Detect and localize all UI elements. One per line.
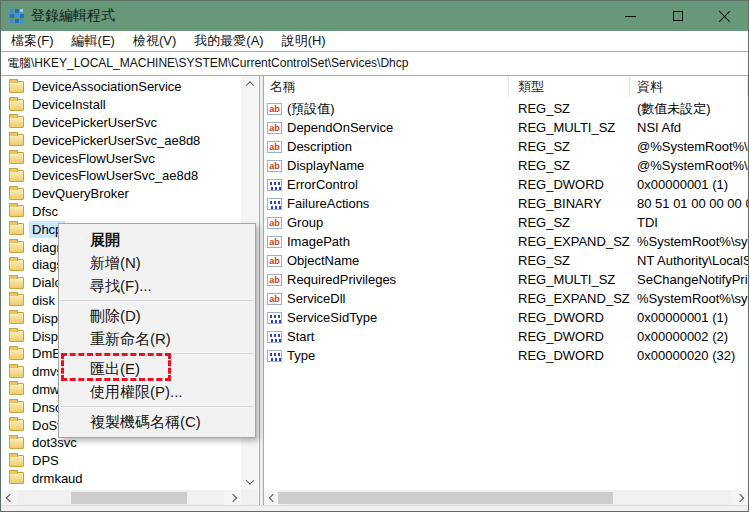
- table-row[interactable]: abServiceDllREG_EXPAND_SZ%SystemRoot%\sy…: [264, 289, 748, 308]
- table-row[interactable]: ServiceSidTypeREG_DWORD0x00000001 (1): [264, 308, 748, 327]
- close-icon: [718, 10, 731, 23]
- context-menu-item-permissions[interactable]: 使用權限(P)...: [59, 380, 255, 403]
- context-menu-item-new[interactable]: 新增(N): [59, 251, 255, 274]
- value-name: Start: [287, 329, 314, 344]
- column-header-data[interactable]: 資料: [630, 76, 748, 97]
- value-name-cell: ab(預設值): [264, 100, 509, 118]
- table-row[interactable]: abGroupREG_SZTDI: [264, 213, 748, 232]
- table-row[interactable]: StartREG_DWORD0x00000002 (2): [264, 327, 748, 346]
- string-value-icon: ab: [267, 141, 282, 153]
- table-row[interactable]: abDisplayNameREG_SZ@%SystemRoot%\sy: [264, 156, 748, 175]
- scroll-left-button[interactable]: [1, 490, 18, 506]
- context-menu-item-delete[interactable]: 刪除(D): [59, 304, 255, 327]
- tree-item-drmkaud[interactable]: drmkaud: [1, 470, 241, 488]
- value-data: 0x00000001 (1): [630, 310, 748, 325]
- folder-icon: [9, 81, 24, 93]
- scroll-right-button[interactable]: [731, 490, 748, 506]
- tree-item-label: DevicePickerUserSvc: [29, 114, 160, 131]
- scroll-right-button[interactable]: [224, 490, 241, 506]
- tree-item-DevicePickerUserSvc[interactable]: DevicePickerUserSvc: [1, 114, 241, 132]
- tree-item-DPS[interactable]: DPS: [1, 452, 241, 470]
- chevron-left-icon: [5, 494, 13, 502]
- menu-edit[interactable]: 編輯(E): [63, 31, 124, 51]
- tree-item-DeviceAssociationService[interactable]: DeviceAssociationService: [1, 78, 241, 96]
- value-data: 0x00000001 (1): [630, 177, 748, 192]
- folder-icon: [9, 401, 24, 413]
- value-data: @%SystemRoot%\sy: [630, 158, 748, 173]
- table-row[interactable]: FailureActionsREG_BINARY80 51 01 00 00 0…: [264, 194, 748, 213]
- close-button[interactable]: [701, 1, 748, 31]
- value-data: 80 51 01 00 00 00 0: [630, 196, 748, 211]
- value-name-cell: ErrorControl: [264, 177, 509, 192]
- folder-icon: [9, 472, 24, 484]
- value-name: Description: [287, 139, 352, 154]
- table-row[interactable]: ErrorControlREG_DWORD0x00000001 (1): [264, 175, 748, 194]
- value-name-cell: Start: [264, 329, 509, 344]
- table-row[interactable]: abObjectNameREG_SZNT Authority\LocalS: [264, 251, 748, 270]
- folder-icon: [9, 383, 24, 395]
- context-menu-item-rename[interactable]: 重新命名(R): [59, 327, 255, 350]
- value-name-cell: abServiceDll: [264, 291, 509, 306]
- value-name-cell: Type: [264, 348, 509, 363]
- table-row[interactable]: TypeREG_DWORD0x00000020 (32): [264, 346, 748, 365]
- menu-favorites[interactable]: 我的最愛(A): [185, 31, 272, 51]
- address-text: 電腦\HKEY_LOCAL_MACHINE\SYSTEM\CurrentCont…: [7, 56, 408, 70]
- value-data: SeChangeNotifyPri: [630, 272, 748, 287]
- table-row[interactable]: ab(預設值)REG_SZ(數值未設定): [264, 99, 748, 118]
- scroll-up-button[interactable]: [241, 76, 258, 92]
- scrollbar-thumb[interactable]: [71, 492, 187, 504]
- value-name-cell: abImagePath: [264, 234, 509, 249]
- value-name: FailureActions: [287, 196, 369, 211]
- column-header-type[interactable]: 類型: [509, 76, 630, 97]
- dword-value-icon: [267, 350, 282, 362]
- chevron-up-icon: [245, 81, 253, 89]
- value-type: REG_SZ: [509, 101, 630, 116]
- table-row[interactable]: abRequiredPrivilegesREG_MULTI_SZSeChange…: [264, 270, 748, 289]
- address-bar[interactable]: 電腦\HKEY_LOCAL_MACHINE\SYSTEM\CurrentCont…: [1, 51, 748, 76]
- tree-item-label: DeviceInstall: [29, 96, 109, 113]
- folder-icon: [9, 134, 24, 146]
- tree-item-DevicesFlowUserSvc_ae8d8[interactable]: DevicesFlowUserSvc_ae8d8: [1, 167, 241, 185]
- tree-horizontal-scrollbar[interactable]: [1, 490, 241, 506]
- tree-item-label: disk: [29, 292, 58, 309]
- folder-icon: [9, 366, 24, 378]
- value-type: REG_DWORD: [509, 310, 630, 325]
- tree-item-label: DevicesFlowUserSvc_ae8d8: [29, 167, 201, 184]
- string-value-icon: ab: [267, 255, 282, 267]
- folder-icon: [9, 188, 24, 200]
- title-bar[interactable]: 登錄編輯程式: [1, 1, 748, 31]
- table-row[interactable]: abDependOnServiceREG_MULTI_SZNSI Afd: [264, 118, 748, 137]
- tree-item-DevicesFlowUserSvc[interactable]: DevicesFlowUserSvc: [1, 149, 241, 167]
- table-row[interactable]: abDescriptionREG_SZ@%SystemRoot%\sy: [264, 137, 748, 156]
- context-menu-item-find[interactable]: 尋找(F)...: [59, 274, 255, 297]
- string-value-icon: ab: [267, 236, 282, 248]
- value-data: 0x00000002 (2): [630, 329, 748, 344]
- caption-buttons: [607, 1, 748, 31]
- window-title: 登錄編輯程式: [31, 7, 115, 25]
- menu-view[interactable]: 檢視(V): [124, 31, 185, 51]
- minimize-icon: [625, 16, 636, 17]
- value-name: Group: [287, 215, 323, 230]
- value-type: REG_EXPAND_SZ: [509, 234, 630, 249]
- column-header-name[interactable]: 名稱: [264, 76, 509, 97]
- minimize-button[interactable]: [607, 1, 654, 31]
- menu-help[interactable]: 說明(H): [273, 31, 335, 51]
- context-menu-item-copy-key-name[interactable]: 複製機碼名稱(C): [59, 410, 255, 433]
- tree-item-DeviceInstall[interactable]: DeviceInstall: [1, 96, 241, 114]
- context-menu-item-expand[interactable]: 展開: [59, 228, 255, 251]
- string-value-icon: ab: [267, 293, 282, 305]
- values-horizontal-scrollbar[interactable]: [264, 490, 748, 506]
- table-row[interactable]: abImagePathREG_EXPAND_SZ%SystemRoot%\sys: [264, 232, 748, 251]
- maximize-button[interactable]: [654, 1, 701, 31]
- value-type: REG_SZ: [509, 139, 630, 154]
- menu-file[interactable]: 檔案(F): [2, 31, 63, 51]
- tree-item-DevQueryBroker[interactable]: DevQueryBroker: [1, 185, 241, 203]
- tree-item-Dfsc[interactable]: Dfsc: [1, 203, 241, 221]
- value-type: REG_DWORD: [509, 329, 630, 344]
- tree-item-label: DevQueryBroker: [29, 185, 132, 202]
- scroll-down-button[interactable]: [241, 474, 258, 490]
- scrollbar-corner: [241, 490, 258, 506]
- scrollbar-thumb[interactable]: [278, 492, 613, 504]
- tree-item-DevicePickerUserSvc_ae8d8[interactable]: DevicePickerUserSvc_ae8d8: [1, 131, 241, 149]
- dword-value-icon: [267, 179, 282, 191]
